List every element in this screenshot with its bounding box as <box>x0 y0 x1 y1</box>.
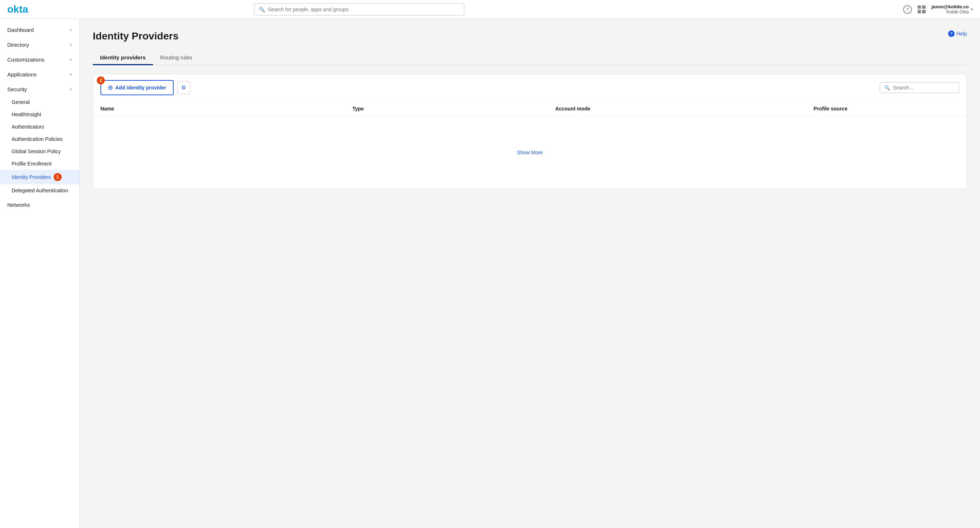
layout: Dashboard ∨ Directory ∨ Customizations ∨… <box>0 19 980 528</box>
tab-identity-providers[interactable]: Identity providers <box>93 51 153 65</box>
sidebar-item-applications[interactable]: Applications ∨ <box>0 68 80 81</box>
sidebar: Dashboard ∨ Directory ∨ Customizations ∨… <box>0 19 80 528</box>
col-type: Type <box>272 106 444 111</box>
sidebar-label-applications: Applications <box>7 71 37 78</box>
main-content: Identity Providers ? Help Identity provi… <box>80 19 980 528</box>
badge-1: 1 <box>54 173 62 181</box>
okta-logo[interactable]: okta <box>7 4 28 15</box>
user-email: jason@kolide.co <box>931 4 969 10</box>
page-header: Identity Providers ? Help <box>93 30 967 42</box>
help-link[interactable]: ? Help <box>948 30 967 37</box>
sidebar-item-authentication-policies[interactable]: Authentication Policies <box>0 133 80 145</box>
table-search-input[interactable] <box>893 85 955 90</box>
security-subnav: General HealthInsight Authenticators Aut… <box>0 96 80 197</box>
nav-right: ? jason@kolide.co Kolide Okta ▾ <box>903 4 973 14</box>
card-toolbar: 2 ⊕ Add identity provider ⚙ 🔍 <box>93 74 967 101</box>
help-circle-icon[interactable]: ? <box>903 5 912 14</box>
chevron-icon-directory: ∨ <box>69 42 72 47</box>
logo-o: okta <box>7 4 28 15</box>
toolbar-left: 2 ⊕ Add identity provider ⚙ <box>100 80 190 95</box>
sidebar-item-security[interactable]: Security ∧ <box>0 82 80 96</box>
sidebar-item-healthinsight[interactable]: HealthInsight <box>0 108 80 121</box>
sidebar-section-directory: Directory ∨ <box>0 38 80 51</box>
sidebar-item-general[interactable]: General <box>0 96 80 108</box>
help-link-icon: ? <box>948 30 955 37</box>
user-text: jason@kolide.co Kolide Okta <box>931 4 969 14</box>
show-more-link[interactable]: Show More <box>517 149 543 155</box>
user-org: Kolide Okta <box>946 10 969 14</box>
sidebar-item-authenticators[interactable]: Authenticators <box>0 121 80 133</box>
sidebar-label-directory: Directory <box>7 42 29 48</box>
sidebar-label-networks: Networks <box>7 202 30 208</box>
user-menu-chevron: ▾ <box>971 7 973 11</box>
sidebar-item-directory[interactable]: Directory ∨ <box>0 38 80 51</box>
sidebar-label-customizations: Customizations <box>7 57 45 63</box>
table-body: Show More <box>93 116 967 189</box>
col-profile-source: Profile source <box>702 106 959 111</box>
sidebar-item-dashboard[interactable]: Dashboard ∨ <box>0 23 80 36</box>
plus-icon: ⊕ <box>108 84 113 92</box>
global-search-bar: 🔍 <box>254 3 464 16</box>
grid-apps-icon[interactable] <box>918 5 926 13</box>
topnav: okta 🔍 ? jason@kolide.co Kolide Okta ▾ <box>0 0 980 19</box>
table-search-wrap: 🔍 <box>880 82 959 93</box>
identity-providers-row: Identity Providers 1 <box>11 173 72 181</box>
sidebar-section-customizations: Customizations ∨ <box>0 53 80 66</box>
gear-icon: ⚙ <box>181 84 186 91</box>
chevron-icon-security: ∧ <box>69 87 72 92</box>
sidebar-item-identity-providers[interactable]: Identity Providers 1 <box>0 170 80 184</box>
col-account-mode: Account mode <box>444 106 702 111</box>
toolbar-right: 🔍 <box>880 82 959 93</box>
chevron-icon-customizations: ∨ <box>69 57 72 62</box>
add-btn-label: Add identity provider <box>115 85 166 90</box>
settings-button[interactable]: ⚙ <box>177 81 190 94</box>
search-icon: 🔍 <box>259 6 265 12</box>
page-title: Identity Providers <box>93 30 179 42</box>
tabs-bar: Identity providers Routing rules <box>93 51 967 65</box>
sidebar-item-delegated-authentication[interactable]: Delegated Authentication <box>0 184 80 197</box>
col-name: Name <box>100 106 272 111</box>
sidebar-item-profile-enrollment[interactable]: Profile Enrollment <box>0 157 80 170</box>
help-link-label: Help <box>956 31 967 36</box>
sidebar-section-networks: Networks <box>0 198 80 211</box>
sidebar-section-dashboard: Dashboard ∨ <box>0 23 80 36</box>
sidebar-label-security: Security <box>7 86 27 92</box>
sidebar-section-applications: Applications ∨ <box>0 68 80 81</box>
sidebar-label-dashboard: Dashboard <box>7 27 34 33</box>
user-menu[interactable]: jason@kolide.co Kolide Okta ▾ <box>931 4 973 14</box>
sidebar-item-networks[interactable]: Networks <box>0 198 80 211</box>
tab-routing-rules[interactable]: Routing rules <box>153 51 199 65</box>
chevron-icon-applications: ∨ <box>69 72 72 77</box>
sidebar-item-customizations[interactable]: Customizations ∨ <box>0 53 80 66</box>
table-header: Name Type Account mode Profile source <box>93 101 967 116</box>
table-search-icon: 🔍 <box>884 85 890 90</box>
sidebar-section-security: Security ∧ General HealthInsight Authent… <box>0 82 80 197</box>
identity-providers-label: Identity Providers <box>11 174 51 180</box>
chevron-icon-dashboard: ∨ <box>69 27 72 32</box>
content-card: 2 ⊕ Add identity provider ⚙ 🔍 <box>93 74 967 189</box>
global-search-input[interactable] <box>268 6 460 12</box>
add-identity-provider-button[interactable]: ⊕ Add identity provider <box>100 80 173 95</box>
sidebar-item-global-session-policy[interactable]: Global Session Policy <box>0 145 80 157</box>
